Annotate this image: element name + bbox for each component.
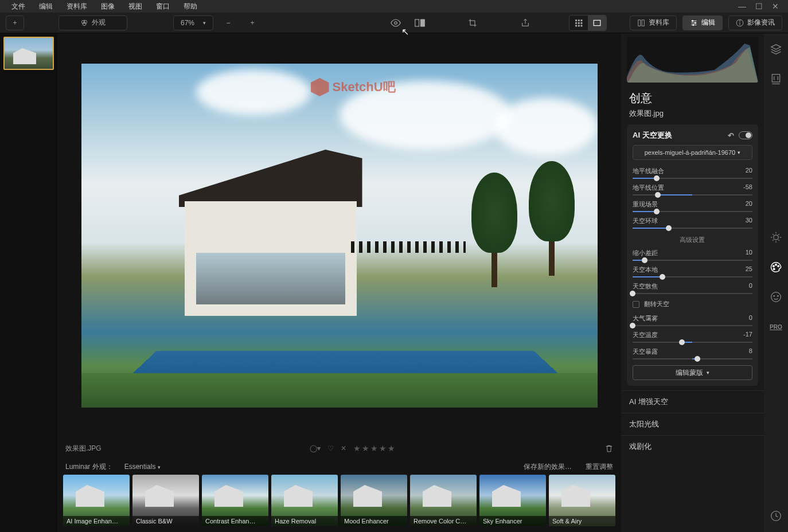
slider-thumb[interactable]: [654, 209, 660, 214]
advanced-divider[interactable]: 高级设置: [633, 231, 752, 247]
add-button[interactable]: ＋: [6, 15, 24, 30]
history-icon[interactable]: [768, 508, 784, 524]
slider-row[interactable]: 天空暴露8: [633, 345, 752, 362]
slider-name: 地平线融合: [633, 167, 664, 175]
slider-name: 缩小差距: [633, 249, 658, 257]
slider-row[interactable]: 地平线位置-58: [633, 181, 752, 198]
slider-name: 天空本地: [633, 265, 658, 274]
slider-row[interactable]: 重现场景20: [633, 198, 752, 214]
essentials-tab-icon[interactable]: [768, 229, 784, 245]
thumbnail[interactable]: [3, 37, 54, 70]
grid-view-icon[interactable]: [569, 15, 588, 30]
slider-track[interactable]: [633, 358, 752, 359]
appearance-button[interactable]: 外观: [58, 15, 127, 30]
preset-item[interactable]: Soft & Airy: [549, 475, 615, 526]
menu-image[interactable]: 图像: [94, 2, 122, 11]
slider-thumb[interactable]: [679, 339, 685, 345]
slider-track[interactable]: [633, 228, 752, 229]
slider-thumb[interactable]: [630, 291, 635, 296]
collapsed-tool[interactable]: 太阳光线: [621, 413, 764, 435]
slider-thumb[interactable]: [630, 323, 635, 328]
slider-track[interactable]: [633, 178, 752, 179]
slider-track[interactable]: [633, 260, 752, 261]
collapsed-tool[interactable]: 戏剧化: [621, 435, 764, 457]
preset-item[interactable]: Classic B&W: [132, 475, 199, 526]
slider-track[interactable]: [633, 211, 752, 212]
edit-mode-button[interactable]: 编辑: [682, 15, 723, 30]
svg-rect-11: [581, 22, 583, 24]
svg-point-26: [739, 20, 740, 21]
close-button[interactable]: ✕: [772, 2, 779, 11]
preview-icon[interactable]: [387, 15, 405, 30]
save-preset-button[interactable]: 保存新的效果…: [524, 462, 572, 472]
slider-track[interactable]: [633, 325, 752, 326]
favorite-icon[interactable]: ♡: [327, 444, 334, 452]
maximize-button[interactable]: ☐: [755, 2, 763, 11]
menu-edit[interactable]: 编辑: [32, 2, 60, 11]
slider-track[interactable]: [633, 342, 752, 343]
sky-preset-dropdown[interactable]: pexels-miguel-á-padriñán-19670▾: [633, 145, 752, 160]
slider-name: 天空散焦: [633, 282, 658, 291]
flip-sky-checkbox[interactable]: 翻转天空: [633, 296, 752, 312]
svg-point-45: [774, 296, 775, 297]
presets-category[interactable]: Essentials ▾: [124, 463, 161, 471]
menu-library[interactable]: 资料库: [60, 2, 94, 11]
zoom-out-button[interactable]: −: [219, 15, 237, 30]
slider-thumb[interactable]: [660, 274, 665, 280]
slider-row[interactable]: 天空环球30: [633, 214, 752, 231]
menu-window[interactable]: 窗口: [149, 2, 177, 11]
slider-thumb[interactable]: [655, 192, 661, 198]
preset-item[interactable]: Remove Color C…: [410, 475, 477, 526]
slider-thumb[interactable]: [666, 225, 672, 231]
svg-line-37: [778, 240, 779, 241]
info-mode-button[interactable]: 影像资讯: [728, 15, 782, 30]
preset-item[interactable]: AI Image Enhan…: [63, 475, 130, 526]
library-mode-button[interactable]: 资料库: [630, 15, 677, 30]
crop-icon[interactable]: [463, 15, 482, 30]
undo-icon[interactable]: ↶: [728, 131, 734, 140]
slider-thumb[interactable]: [654, 175, 660, 181]
single-view-icon[interactable]: [588, 15, 606, 30]
reject-icon[interactable]: ✕: [341, 444, 346, 452]
zoom-in-button[interactable]: ＋: [243, 15, 262, 30]
menu-help[interactable]: 帮助: [177, 2, 204, 11]
svg-rect-17: [642, 19, 644, 26]
preset-item[interactable]: Sky Enhancer: [479, 475, 546, 526]
slider-track[interactable]: [633, 293, 752, 294]
slider-row[interactable]: 大气霭雾0: [633, 312, 752, 328]
compare-icon[interactable]: [411, 15, 429, 30]
minimize-button[interactable]: —: [738, 2, 746, 11]
main-image[interactable]: SketchU吧: [81, 64, 598, 408]
slider-track[interactable]: [633, 276, 752, 277]
slider-thumb[interactable]: [642, 257, 647, 263]
preset-item[interactable]: Contrast Enhan…: [202, 475, 268, 526]
slider-row[interactable]: 缩小差距10: [633, 247, 752, 263]
menu-file[interactable]: 文件: [5, 2, 32, 11]
slider-thumb[interactable]: [695, 356, 700, 362]
slider-name: 天空暴露: [633, 347, 658, 356]
portrait-tab-icon[interactable]: [768, 289, 784, 305]
reset-button[interactable]: 重置调整: [586, 462, 613, 472]
collapsed-tool[interactable]: AI 增强天空: [621, 390, 764, 413]
zoom-dropdown[interactable]: 67% ▾: [173, 15, 213, 30]
slider-row[interactable]: 天空温度-17: [633, 328, 752, 345]
histogram[interactable]: [627, 37, 758, 83]
delete-icon[interactable]: [605, 444, 613, 453]
color-tag-icon[interactable]: ◯▾: [310, 444, 321, 452]
layers-icon[interactable]: [768, 41, 784, 57]
edit-mask-button[interactable]: 编辑蒙版▾: [633, 365, 752, 380]
export-icon[interactable]: [516, 15, 535, 30]
slider-track[interactable]: [633, 194, 752, 195]
preset-item[interactable]: Mood Enhancer: [341, 475, 407, 526]
slider-row[interactable]: 天空散焦0: [633, 280, 752, 296]
menu-view[interactable]: 视图: [122, 2, 149, 11]
slider-row[interactable]: 地平线融合20: [633, 165, 752, 181]
slider-row[interactable]: 天空本地25: [633, 263, 752, 280]
slider-value: -58: [743, 183, 752, 192]
rating-stars[interactable]: ★★★★★: [353, 444, 396, 453]
canvas-icon[interactable]: [768, 71, 784, 87]
preset-item[interactable]: Haze Removal: [271, 475, 338, 526]
creative-tab-icon[interactable]: [768, 259, 784, 275]
pro-tab-icon[interactable]: PRO: [768, 319, 784, 335]
tool-toggle[interactable]: [739, 131, 752, 139]
